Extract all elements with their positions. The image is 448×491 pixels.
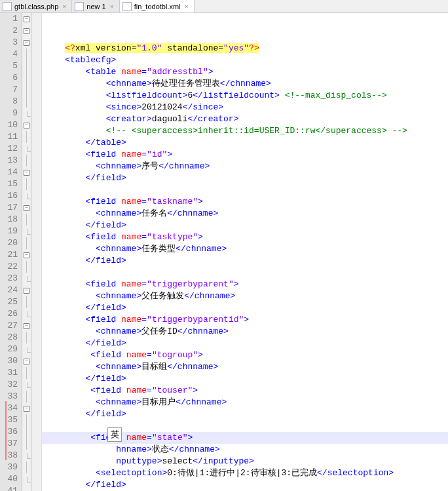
code-line[interactable]: </field>: [42, 338, 448, 349]
line-number: 25: [0, 296, 22, 308]
code-line[interactable]: <field name="togroup">: [42, 349, 448, 361]
fold-cell[interactable]: −: [22, 202, 31, 214]
code-line[interactable]: <chnname>父任务触发</chnname>: [42, 290, 448, 302]
fold-cell: [22, 84, 31, 96]
fold-cell: [22, 96, 31, 108]
line-number: 11: [0, 131, 22, 143]
fold-cell: [22, 72, 31, 84]
line-number: 17: [0, 202, 22, 214]
fold-cell[interactable]: −: [22, 249, 31, 261]
code-line[interactable]: <chnname>目标组</chnname>: [42, 361, 448, 373]
code-line[interactable]: nputtype>select</inputtype>: [42, 456, 448, 467]
line-number: 39: [0, 462, 22, 473]
fold-cell[interactable]: −: [22, 320, 31, 332]
fold-minus-icon[interactable]: −: [24, 205, 29, 211]
code-line[interactable]: <?xml version="1.0" standalone="yes"?>: [42, 43, 448, 54]
fold-cell[interactable]: −: [22, 13, 31, 25]
fold-minus-icon[interactable]: −: [24, 170, 29, 176]
fold-minus-icon[interactable]: −: [24, 123, 29, 128]
code-line[interactable]: hnname>状态</chnname>: [42, 444, 448, 456]
tab-gtbl[interactable]: gtbl.class.php ×: [0, 0, 72, 12]
code-line[interactable]: <listfieldcount>6</listfieldcount> <!--m…: [42, 90, 448, 102]
line-number: 13: [0, 155, 22, 167]
close-icon[interactable]: ×: [109, 3, 115, 10]
tab-label: fin_todotbl.xml: [134, 3, 181, 10]
fold-minus-icon[interactable]: −: [24, 252, 29, 258]
fold-cell: [22, 273, 31, 285]
code-line[interactable]: <tablecfg>: [42, 54, 448, 66]
code-line[interactable]: <field name="triggerbyparentid">: [42, 314, 448, 326]
code-line[interactable]: <chnname>任务类型</chnname>: [42, 243, 448, 255]
line-number: 22: [0, 261, 22, 273]
fold-cell[interactable]: −: [22, 37, 31, 49]
line-number: 31: [0, 367, 22, 379]
code-line[interactable]: [42, 420, 448, 432]
code-line[interactable]: </field>: [42, 172, 448, 184]
code-line[interactable]: </field>: [42, 479, 448, 491]
code-line[interactable]: </field>: [42, 373, 448, 385]
fold-cell[interactable]: −: [22, 285, 31, 296]
close-icon[interactable]: ×: [183, 3, 190, 10]
code-line[interactable]: <field name="taskname">: [42, 196, 448, 208]
tab-fintodotbl[interactable]: fin_todotbl.xml ×: [120, 0, 195, 12]
fold-cell: [22, 60, 31, 72]
fold-cell: [22, 332, 31, 344]
fold-cell[interactable]: −: [22, 167, 31, 178]
fold-minus-icon[interactable]: −: [24, 323, 29, 329]
fold-cell[interactable]: −: [22, 355, 31, 367]
fold-cell[interactable]: −: [22, 403, 31, 414]
line-number-gutter: 1234567891011121314151617181920212223242…: [0, 13, 22, 491]
line-number: 37: [0, 438, 22, 450]
code-line[interactable]: <field name="id">: [42, 149, 448, 161]
fold-cell: [22, 237, 31, 249]
code-line[interactable]: <selectoption>0:待做|1:进行中|2:待审核|3:已完成</se…: [42, 467, 448, 479]
code-line[interactable]: <field name="tasktype">: [42, 231, 448, 243]
line-number: 4: [0, 49, 22, 60]
line-number: 27: [0, 320, 22, 332]
code-line[interactable]: </field>: [42, 302, 448, 314]
code-area[interactable]: 英 <?xml version="1.0" standalone="yes"?>…: [42, 13, 448, 491]
code-line[interactable]: <chnname>序号</chnname>: [42, 161, 448, 172]
line-number: 24: [0, 285, 22, 296]
code-line[interactable]: [42, 184, 448, 196]
close-icon[interactable]: ×: [61, 3, 67, 10]
fold-cell: [22, 344, 31, 355]
line-number: 7: [0, 84, 22, 96]
code-line[interactable]: <!-- <superaccess>inherit::id=USER_ID::r…: [42, 125, 448, 137]
fold-cell[interactable]: −: [22, 119, 31, 131]
code-line[interactable]: <chnname>待处理任务管理表</chnname>: [42, 78, 448, 90]
code-line[interactable]: <chnname>任务名</chnname>: [42, 208, 448, 220]
fold-cell: [22, 391, 31, 403]
tab-new1[interactable]: new 1 ×: [72, 0, 119, 12]
code-line[interactable]: <chnname>父任务ID</chnname>: [42, 326, 448, 338]
fold-minus-icon[interactable]: −: [24, 16, 29, 22]
code-line[interactable]: </field>: [42, 408, 448, 420]
line-number: 26: [0, 308, 22, 320]
code-line[interactable]: <field name="state">: [42, 432, 448, 444]
line-number: 41: [0, 485, 22, 491]
code-line[interactable]: <field name="triggerbyparent">: [42, 279, 448, 290]
code-line[interactable]: </field>: [42, 220, 448, 231]
ime-indicator[interactable]: 英: [107, 427, 122, 442]
fold-cell: [22, 108, 31, 119]
line-number: 21: [0, 249, 22, 261]
fold-minus-icon[interactable]: −: [24, 359, 29, 364]
fold-minus-icon[interactable]: −: [24, 40, 29, 46]
code-line[interactable]: [42, 267, 448, 279]
line-number: 3: [0, 37, 22, 49]
fold-minus-icon[interactable]: −: [24, 288, 29, 294]
fold-cell: [22, 485, 31, 491]
code-line[interactable]: <creator>daguoli</creator>: [42, 113, 448, 125]
fold-minus-icon[interactable]: −: [24, 28, 29, 34]
fold-minus-icon[interactable]: −: [24, 406, 29, 412]
code-line[interactable]: <field name="touser">: [42, 385, 448, 397]
fold-column: −−−−−−−−−−−: [22, 13, 31, 491]
line-number: 18: [0, 214, 22, 226]
code-line[interactable]: </field>: [42, 255, 448, 267]
fold-cell[interactable]: −: [22, 25, 31, 37]
code-line[interactable]: </table>: [42, 137, 448, 149]
code-line[interactable]: <chnname>目标用户</chnname>: [42, 397, 448, 408]
line-number: 29: [0, 344, 22, 355]
code-line[interactable]: <table name="addresstbl">: [42, 66, 448, 78]
code-line[interactable]: <since>20121024</since>: [42, 102, 448, 113]
